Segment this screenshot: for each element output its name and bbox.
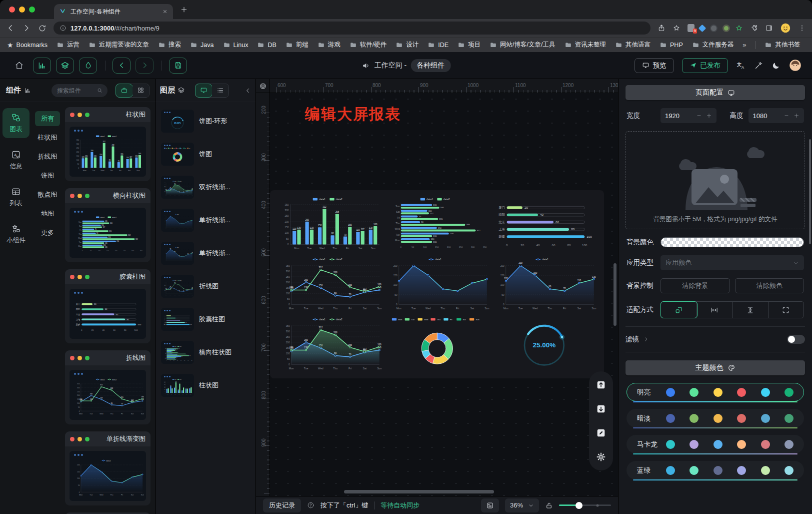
minimize-window-button[interactable]	[19, 7, 25, 13]
url-bar[interactable]: 127.0.0.1:3000/#/chart/home/9	[54, 22, 650, 35]
layer-item[interactable]: data1data2050100150200250300350Mon120130…	[159, 371, 252, 399]
publish-button[interactable]: 已发布	[682, 58, 728, 73]
filter-toggle[interactable]	[787, 335, 805, 344]
share-icon[interactable]	[658, 24, 666, 32]
settings-gear-icon[interactable]	[592, 448, 610, 465]
lock-icon[interactable]	[545, 501, 553, 509]
layer-item[interactable]: data1050100150200MonTueWedThuFriSatSun12…	[159, 239, 252, 267]
clear-background-button[interactable]: 清除背景	[660, 278, 730, 293]
redo-button[interactable]	[136, 58, 154, 74]
fit-width-button[interactable]	[697, 302, 733, 318]
extension-round-icon[interactable]	[710, 25, 718, 32]
extension-green-icon[interactable]	[722, 25, 730, 32]
bookmarks-root[interactable]: ★Bookmarks	[7, 41, 48, 49]
board-chart-double-gradient-area[interactable]: data1data2050100150200250300350MonTueWed…	[277, 315, 382, 373]
home-button[interactable]	[10, 58, 28, 74]
fit-auto-button[interactable]	[661, 302, 697, 318]
canvas-text-component[interactable]: 编辑大屏报表	[305, 104, 401, 125]
clear-color-button[interactable]: 清除颜色	[735, 278, 804, 293]
save-button[interactable]	[169, 58, 187, 74]
layer-item[interactable]: data1050100150200MonTueWedThuFriSatSun 单…	[159, 206, 252, 234]
back-icon[interactable]	[6, 24, 15, 33]
bookmark-folder[interactable]: IDE	[428, 41, 448, 49]
width-input[interactable]: 1920	[660, 108, 716, 123]
bookmark-folder[interactable]: 文件服务器	[692, 41, 734, 49]
close-window-button[interactable]	[9, 7, 15, 13]
workspace-name-pill[interactable]: 各种组件	[410, 59, 450, 72]
component-search[interactable]	[52, 84, 108, 97]
bookmark-folder[interactable]: DB	[257, 41, 276, 49]
chevron-right-icon[interactable]	[643, 336, 649, 342]
layer-item[interactable]: MonTueWedThuFriSatSun 饼图	[159, 140, 252, 168]
site-info-icon[interactable]	[60, 25, 66, 32]
shortcut-panel-icon[interactable]	[481, 498, 499, 512]
export-icon[interactable]	[592, 376, 610, 393]
ruler-origin-eye-icon[interactable]	[256, 79, 270, 93]
rail-item[interactable]: 图表	[2, 108, 30, 138]
board-chart-line[interactable]: data1data2050100150200250300350MonTueWed…	[277, 255, 382, 313]
view-toggle-store[interactable]	[116, 84, 132, 97]
category-item[interactable]: 柱状图	[35, 130, 60, 145]
bookmark-folder[interactable]: PHP	[660, 41, 683, 49]
bookmark-folder[interactable]: 近期需要读的文章	[88, 41, 149, 49]
component-card[interactable]: 柱状图 data1data2050100150200250300350Mon12…	[65, 107, 150, 181]
component-card[interactable]: 胶囊柱图 厦门20南阳40北京60上海80新疆100020406080100	[65, 269, 150, 343]
rail-item[interactable]: A信息	[2, 145, 30, 175]
fit-height-button[interactable]	[732, 302, 768, 318]
zoom-slider-knob[interactable]	[576, 502, 582, 509]
theme-row[interactable]: 马卡龙	[626, 435, 804, 453]
browser-tab[interactable]: 工作空间-各种组件	[54, 4, 173, 19]
bookmark-folder[interactable]: 网站/博客/文章/工具	[490, 41, 555, 49]
plus-icon[interactable]	[706, 113, 712, 119]
chart-board[interactable]: data1data2050100150200250300350Mon120130…	[270, 190, 604, 378]
component-card[interactable]: 折线图 data1data2050100150200250300350MonTu…	[65, 350, 150, 424]
board-chart-gradient-area[interactable]: data1050100150200MonTueWedThuFriSatSun12…	[492, 255, 597, 313]
bookmark-folder[interactable]: 资讯未整理	[564, 41, 606, 49]
layer-item[interactable]: data1data2050100150200250300350MonTueWed…	[159, 272, 252, 300]
undo-button[interactable]	[112, 58, 130, 74]
import-icon[interactable]	[592, 400, 610, 417]
theme-row[interactable]: 暗淡	[626, 409, 804, 427]
layer-view-thumbnail[interactable]	[196, 84, 212, 97]
minus-icon[interactable]	[784, 113, 790, 119]
bookmark-folder[interactable]: Linux	[223, 41, 248, 49]
height-input[interactable]: 1080	[748, 108, 804, 123]
category-item[interactable]: 所有	[35, 111, 60, 126]
category-item[interactable]: 散点图	[35, 187, 60, 202]
bookmarks-overflow[interactable]: »	[742, 41, 746, 49]
board-chart-gradient-line[interactable]: data1050100150200MonTueWedThuFriSatSun	[384, 255, 490, 313]
bookmark-folder[interactable]: Java	[190, 41, 214, 49]
components-toggle-button[interactable]	[33, 58, 51, 74]
bookmark-folder[interactable]: 游戏	[318, 41, 340, 49]
language-icon[interactable]: 文A	[736, 61, 746, 71]
new-tab-button[interactable]	[180, 6, 188, 14]
bookmark-folder[interactable]: 搜索	[158, 41, 181, 49]
bookmark-star-icon[interactable]	[672, 24, 680, 32]
forward-icon[interactable]	[22, 24, 31, 33]
detail-toggle-button[interactable]	[79, 58, 97, 74]
board-chart-bar[interactable]: data1data2050100150200250300350Mon120130…	[277, 195, 382, 253]
board-chart-pie[interactable]: MonTueWedThuFriSatSun	[384, 315, 490, 373]
browser-menu-icon[interactable]	[798, 24, 806, 32]
category-item[interactable]: 饼图	[35, 168, 60, 183]
bookmark-folder[interactable]: 软件/硬件	[350, 41, 386, 49]
history-button[interactable]: 历史记录	[263, 498, 301, 512]
layers-toggle-button[interactable]	[56, 58, 74, 74]
side-panel-icon[interactable]	[765, 24, 773, 32]
user-avatar[interactable]	[788, 59, 802, 72]
app-type-select[interactable]: 应用颜色	[660, 255, 804, 270]
preview-button[interactable]: 预览	[634, 58, 674, 73]
edit-icon[interactable]	[592, 424, 610, 441]
collapse-panel-icon[interactable]	[244, 87, 252, 94]
theme-row[interactable]: 蓝绿	[626, 461, 804, 479]
bookmark-folder[interactable]: 设计	[396, 41, 418, 49]
zoom-slider[interactable]	[559, 504, 611, 506]
layer-item[interactable]: 厦门20南阳40北京60上海80新疆100020406080100 胶囊柱图	[159, 305, 252, 333]
bg-color-swatch[interactable]	[660, 237, 804, 247]
maximize-window-button[interactable]	[29, 7, 35, 13]
view-toggle-grid[interactable]	[132, 84, 149, 97]
rail-item[interactable]: 小组件	[2, 219, 30, 249]
category-item[interactable]: 地图	[35, 206, 60, 221]
dark-mode-icon[interactable]	[772, 61, 780, 70]
magic-wand-icon[interactable]	[754, 61, 764, 70]
